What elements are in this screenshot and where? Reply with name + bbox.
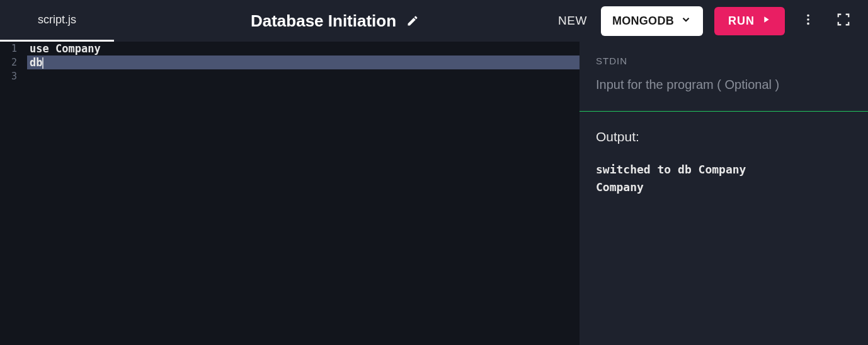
fullscreen-button[interactable] <box>831 8 855 34</box>
main-area: 123 use Companydb STDIN Output: switched… <box>0 42 868 345</box>
run-button[interactable]: RUN <box>714 7 785 35</box>
output-text: switched to db Company Company <box>596 161 852 196</box>
edit-title-icon[interactable] <box>406 15 419 27</box>
new-button[interactable]: NEW <box>556 9 590 33</box>
code-line[interactable]: db <box>27 56 580 69</box>
code-line[interactable] <box>27 69 580 83</box>
code-editor[interactable]: 123 use Companydb <box>0 42 580 83</box>
tab-area: script.js <box>0 0 114 42</box>
more-vertical-icon <box>801 13 815 29</box>
code-line[interactable]: use Company <box>27 42 580 56</box>
line-gutter: 123 <box>0 42 27 83</box>
stdin-section: STDIN <box>580 42 868 111</box>
language-dropdown-label: MONGODB <box>612 15 674 28</box>
more-menu-button[interactable] <box>796 8 820 34</box>
editor-panel: 123 use Companydb <box>0 42 580 345</box>
chevron-down-icon <box>680 14 692 28</box>
stdin-label: STDIN <box>596 56 852 66</box>
new-button-label: NEW <box>558 14 587 27</box>
right-controls: NEW MONGODB RUN <box>556 6 855 36</box>
line-number: 2 <box>11 56 17 69</box>
text-cursor <box>42 57 43 69</box>
line-number: 1 <box>11 42 17 56</box>
io-panel: STDIN Output: switched to db Company Com… <box>580 42 868 345</box>
file-tab-label: script.js <box>38 13 76 26</box>
code-content[interactable]: use Companydb <box>27 42 580 83</box>
output-label: Output: <box>596 129 852 144</box>
stdin-input[interactable] <box>596 78 852 92</box>
fullscreen-icon <box>837 13 850 29</box>
svg-point-0 <box>807 15 809 17</box>
output-section: Output: switched to db Company Company <box>580 112 868 214</box>
page-title: Database Initiation <box>251 11 396 31</box>
run-button-label: RUN <box>728 15 755 28</box>
svg-point-2 <box>807 23 809 25</box>
svg-point-1 <box>807 18 809 21</box>
header: script.js Database Initiation NEW MONGOD… <box>0 0 868 42</box>
play-icon <box>761 15 771 28</box>
language-dropdown[interactable]: MONGODB <box>601 6 703 36</box>
line-number: 3 <box>11 69 17 83</box>
title-area: Database Initiation <box>114 11 556 31</box>
file-tab[interactable]: script.js <box>0 0 114 42</box>
